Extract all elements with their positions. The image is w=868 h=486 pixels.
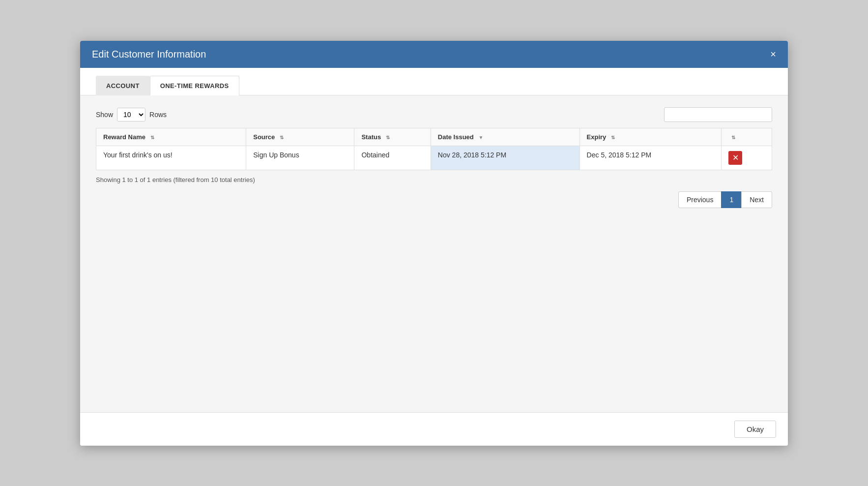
table-row: Your first drink's on us! Sign Up Bonus … — [96, 146, 772, 170]
sort-icon-expiry: ⇅ — [611, 135, 615, 140]
pagination-controls: Previous 1 Next — [96, 191, 772, 208]
modal-header: Edit Customer Information × — [80, 41, 788, 68]
cell-date-issued: Nov 28, 2018 5:12 PM — [431, 146, 579, 170]
tab-one-time-rewards[interactable]: ONE-TIME REWARDS — [150, 76, 239, 95]
sort-icon-date-issued: ▼ — [478, 135, 483, 140]
table-controls: Show 10 25 50 100 Rows — [96, 107, 772, 122]
table-info: Showing 1 to 1 of 1 entries (filtered fr… — [96, 176, 772, 183]
sort-icon-status: ⇅ — [386, 135, 390, 140]
sort-icon-reward-name: ⇅ — [150, 135, 154, 140]
okay-button[interactable]: Okay — [734, 421, 776, 438]
rows-label: Rows — [149, 111, 167, 119]
sort-icon-source: ⇅ — [280, 135, 284, 140]
tab-account[interactable]: ACCOUNT — [96, 76, 150, 95]
sort-icon-actions: ⇅ — [731, 135, 735, 140]
modal-body: ACCOUNT ONE-TIME REWARDS Show 10 25 50 1… — [80, 68, 788, 412]
cell-status: Obtained — [354, 146, 431, 170]
rows-per-page-select[interactable]: 10 25 50 100 — [117, 108, 145, 122]
modal-footer: Okay — [80, 412, 788, 446]
tab-bar: ACCOUNT ONE-TIME REWARDS — [80, 68, 788, 95]
cell-expiry: Dec 5, 2018 5:12 PM — [579, 146, 722, 170]
col-source[interactable]: Source ⇅ — [246, 128, 354, 146]
rewards-table: Reward Name ⇅ Source ⇅ Status ⇅ Date Iss… — [96, 128, 772, 170]
table-header-row: Reward Name ⇅ Source ⇅ Status ⇅ Date Iss… — [96, 128, 772, 146]
search-input[interactable] — [664, 107, 772, 122]
previous-button[interactable]: Previous — [678, 191, 722, 208]
modal-title: Edit Customer Information — [92, 49, 206, 60]
col-reward-name[interactable]: Reward Name ⇅ — [96, 128, 246, 146]
cell-source: Sign Up Bonus — [246, 146, 354, 170]
page-1-button[interactable]: 1 — [721, 191, 742, 208]
col-actions: ⇅ — [722, 128, 772, 146]
next-button[interactable]: Next — [741, 191, 772, 208]
cell-reward-name: Your first drink's on us! — [96, 146, 246, 170]
col-date-issued[interactable]: Date Issued ▼ — [431, 128, 579, 146]
delete-button[interactable]: ✕ — [728, 151, 742, 165]
col-expiry[interactable]: Expiry ⇅ — [579, 128, 722, 146]
col-status[interactable]: Status ⇅ — [354, 128, 431, 146]
close-button[interactable]: × — [770, 49, 776, 59]
show-label: Show — [96, 111, 113, 119]
edit-customer-modal: Edit Customer Information × ACCOUNT ONE-… — [80, 41, 788, 446]
cell-actions: ✕ — [722, 146, 772, 170]
show-rows-control: Show 10 25 50 100 Rows — [96, 108, 167, 122]
